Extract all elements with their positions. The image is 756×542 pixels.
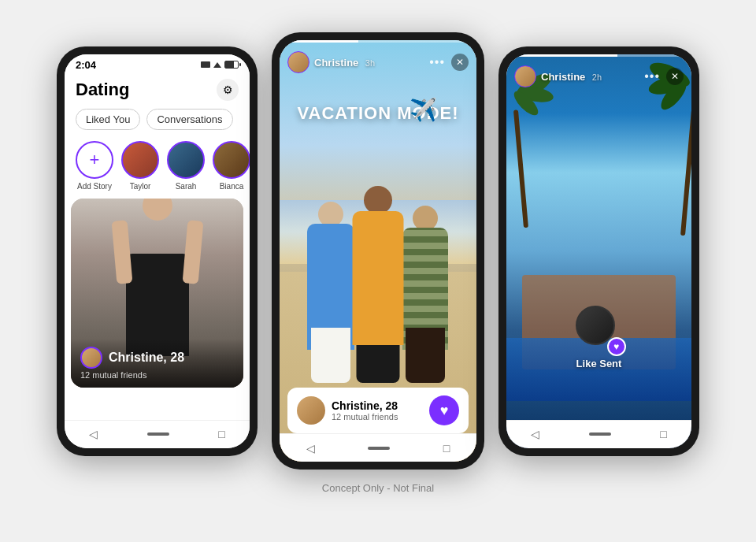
like-button-2[interactable]: ♥: [429, 395, 459, 425]
home-nav-button-2[interactable]: [368, 447, 390, 450]
recents-nav-button-3[interactable]: □: [660, 428, 666, 440]
story-controls-3: ••• ✕: [644, 68, 684, 85]
phone-1-screen: 2:04 Dating ⚙ Liked You: [65, 54, 250, 448]
add-story-label: Add Story: [77, 182, 112, 191]
story-time-2: 3h: [365, 58, 375, 68]
like-sent-container: ♥: [576, 306, 623, 353]
taylor-name: Taylor: [130, 182, 151, 191]
profile-info: Christine, 28 12 mutual friends: [71, 339, 243, 388]
phone-nav-1: ◁ □: [65, 420, 250, 448]
phone-1: 2:04 Dating ⚙ Liked You: [57, 46, 258, 456]
sarah-name: Sarah: [176, 182, 197, 191]
story-card-avatar-2: [297, 396, 325, 425]
back-nav-button-3[interactable]: ◁: [531, 428, 539, 440]
like-sent-avatar: [576, 306, 615, 345]
profile-name: Christine, 28: [109, 351, 184, 365]
profile-person: [110, 199, 205, 356]
recents-nav-button[interactable]: □: [218, 428, 224, 440]
phone-nav-3: ◁ □: [506, 420, 691, 448]
plane-emoji: ✈️: [410, 97, 437, 123]
like-sent-label: Like Sent: [576, 358, 622, 369]
story-top-bar-3: Christine 2h ••• ✕: [506, 54, 691, 91]
recents-nav-button-2[interactable]: □: [443, 442, 450, 455]
story-username-3: Christine: [541, 71, 585, 83]
status-icons: [201, 61, 239, 69]
story-card-mutual-2: 12 mutual friends: [332, 412, 398, 421]
story-avatar-sm-3: [514, 65, 536, 87]
story-username-2: Christine: [314, 57, 358, 69]
signal-icon: [201, 61, 210, 68]
story-card-info-2: Christine, 28 12 mutual friends: [297, 396, 398, 425]
status-bar-1: 2:04: [65, 54, 250, 72]
home-nav-button[interactable]: [147, 432, 169, 436]
gear-icon: ⚙: [223, 84, 233, 96]
like-sent-overlay: ♥ Like Sent: [576, 306, 623, 369]
phone-2: Christine 3h ••• ✕ VACATION MODE! ✈️: [272, 32, 484, 470]
more-button-2[interactable]: •••: [429, 55, 445, 69]
dating-tabs: Liked You Conversations: [65, 106, 250, 136]
add-story-button[interactable]: +: [76, 141, 113, 179]
profile-name-row: Christine, 28: [80, 347, 234, 369]
close-icon-3: ✕: [671, 71, 679, 82]
stories-row: + Add Story Taylor Sarah Bianca Sp: [65, 136, 250, 199]
caption-text: Concept Only - Not Final: [322, 482, 434, 494]
status-time: 2:04: [76, 59, 96, 71]
story-top-bar-2: Christine 3h ••• ✕: [280, 40, 476, 76]
story-sarah[interactable]: Sarah: [167, 141, 205, 191]
person-middle: [346, 186, 410, 383]
phone-3-screen: Christine 2h ••• ✕ ♥ Like Sent: [506, 54, 691, 448]
wifi-icon: [213, 62, 221, 68]
phone-2-screen: Christine 3h ••• ✕ VACATION MODE! ✈️: [280, 40, 476, 462]
gear-button[interactable]: ⚙: [217, 79, 239, 101]
story-avatar-sm-2: [287, 51, 309, 73]
profile-mutual: 12 mutual friends: [80, 370, 234, 380]
dating-title: Dating: [76, 80, 129, 100]
profile-mini-avatar: [80, 347, 102, 369]
story-bianca[interactable]: Bianca: [213, 141, 250, 191]
vacation-text: VACATION MODE!: [280, 103, 476, 124]
phone-3: Christine 2h ••• ✕ ♥ Like Sent: [498, 46, 699, 456]
beach-people-group: [280, 170, 476, 383]
close-button-3[interactable]: ✕: [666, 68, 684, 85]
home-nav-button-3[interactable]: [589, 432, 611, 436]
story-username-group: Christine 3h: [314, 55, 375, 69]
bianca-avatar: [213, 141, 250, 179]
phone-nav-2: ◁ □: [280, 433, 476, 462]
close-button-2[interactable]: ✕: [451, 54, 469, 71]
dating-header: Dating ⚙: [65, 72, 250, 106]
bianca-name: Bianca: [220, 182, 244, 191]
story-controls-2: ••• ✕: [429, 54, 469, 71]
story-username-group-3: Christine 2h: [541, 69, 602, 84]
back-nav-button[interactable]: ◁: [89, 428, 98, 440]
sarah-avatar: [167, 141, 205, 179]
taylor-avatar: [121, 141, 159, 179]
close-icon-2: ✕: [456, 57, 464, 68]
battery-icon: [224, 61, 239, 69]
heart-icon-2: ♥: [440, 403, 449, 419]
story-time-3: 2h: [592, 72, 602, 82]
add-story-item[interactable]: + Add Story: [76, 141, 113, 191]
profile-card[interactable]: Christine, 28 12 mutual friends: [71, 199, 243, 388]
tab-conversations[interactable]: Conversations: [146, 109, 232, 130]
like-sent-heart-icon: ♥: [607, 337, 626, 356]
pool-bg: [506, 54, 691, 448]
back-nav-button-2[interactable]: ◁: [306, 442, 315, 455]
tab-liked-you[interactable]: Liked You: [76, 109, 140, 130]
palm-left: [510, 70, 542, 228]
story-card-text-2: Christine, 28 12 mutual friends: [332, 399, 398, 421]
story-user-info-3: Christine 2h: [514, 65, 602, 87]
story-taylor[interactable]: Taylor: [121, 141, 159, 191]
story-user-info-2: Christine 3h: [287, 51, 375, 73]
story-card-bottom-2: Christine, 28 12 mutual friends ♥: [287, 388, 469, 433]
more-button-3[interactable]: •••: [644, 69, 660, 84]
story-card-name-2: Christine, 28: [332, 399, 398, 412]
